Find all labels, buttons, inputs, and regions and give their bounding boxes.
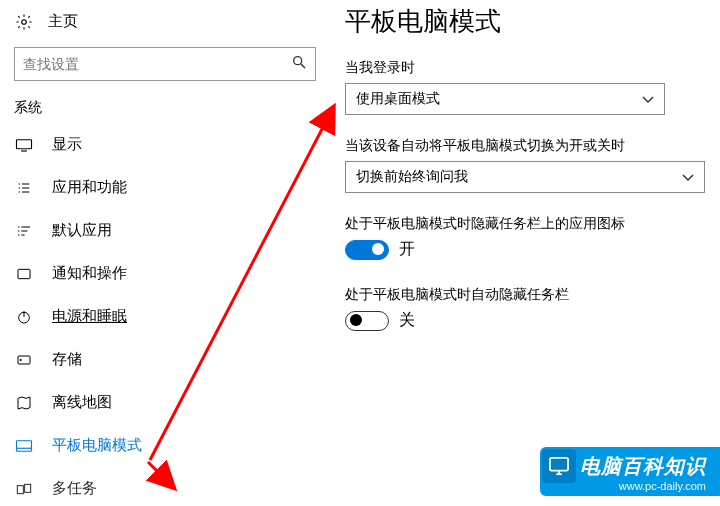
monitor-icon	[14, 138, 34, 152]
svg-rect-17	[18, 269, 30, 278]
nav-label: 电源和睡眠	[52, 307, 127, 326]
autoswitch-label: 当该设备自动将平板电脑模式切换为开或关时	[345, 137, 710, 155]
settings-sidebar: 主页 系统 显示 应用和功能 默认应用 通知和操作 电源和睡眠	[0, 0, 330, 506]
sidebar-item-tablet-mode[interactable]: 平板电脑模式	[0, 424, 330, 467]
home-link[interactable]: 主页	[0, 6, 330, 37]
sidebar-item-power[interactable]: 电源和睡眠	[0, 295, 330, 338]
svg-point-21	[20, 359, 21, 360]
power-icon	[14, 309, 34, 325]
hide-icons-state: 开	[399, 239, 415, 260]
nav-label: 通知和操作	[52, 264, 127, 283]
svg-rect-25	[25, 484, 31, 492]
svg-point-0	[22, 19, 27, 24]
nav-label: 显示	[52, 135, 82, 154]
chevron-down-icon	[682, 169, 694, 185]
svg-line-2	[301, 64, 305, 68]
search-icon	[291, 54, 307, 74]
multitask-icon	[14, 482, 34, 496]
nav-label: 存储	[52, 350, 82, 369]
sidebar-item-apps[interactable]: 应用和功能	[0, 166, 330, 209]
sidebar-item-storage[interactable]: 存储	[0, 338, 330, 381]
signin-select[interactable]: 使用桌面模式	[345, 83, 665, 115]
svg-rect-22	[17, 440, 32, 451]
defaults-icon	[14, 223, 34, 239]
group-label: 系统	[0, 99, 330, 123]
search-input[interactable]	[23, 56, 291, 72]
nav-label: 离线地图	[52, 393, 112, 412]
monitor-icon	[542, 449, 576, 483]
home-label: 主页	[48, 12, 78, 31]
signin-value: 使用桌面模式	[356, 90, 440, 108]
nav-label: 默认应用	[52, 221, 112, 240]
svg-rect-3	[17, 139, 32, 148]
list-icon	[14, 180, 34, 196]
page-title: 平板电脑模式	[345, 4, 710, 39]
signin-label: 当我登录时	[345, 59, 710, 77]
svg-rect-24	[17, 485, 23, 493]
watermark-title: 电脑百科知识	[580, 453, 706, 480]
chevron-down-icon	[642, 91, 654, 107]
gear-icon	[14, 13, 34, 31]
sidebar-item-default-apps[interactable]: 默认应用	[0, 209, 330, 252]
svg-rect-28	[550, 458, 568, 471]
nav-label: 应用和功能	[52, 178, 127, 197]
hide-taskbar-state: 关	[399, 310, 415, 331]
autoswitch-select[interactable]: 切换前始终询问我	[345, 161, 705, 193]
watermark-url: www.pc-daily.com	[580, 480, 706, 492]
sidebar-item-maps[interactable]: 离线地图	[0, 381, 330, 424]
nav-label: 多任务	[52, 479, 97, 498]
sidebar-item-multitasking[interactable]: 多任务	[0, 467, 330, 506]
hide-icons-toggle[interactable]	[345, 240, 389, 260]
watermark: 电脑百科知识 www.pc-daily.com	[540, 447, 720, 496]
tablet-icon	[14, 439, 34, 453]
hide-taskbar-label: 处于平板电脑模式时自动隐藏任务栏	[345, 286, 710, 304]
hide-taskbar-toggle[interactable]	[345, 311, 389, 331]
svg-point-1	[294, 57, 302, 65]
storage-icon	[14, 353, 34, 367]
sidebar-item-notifications[interactable]: 通知和操作	[0, 252, 330, 295]
notification-icon	[14, 267, 34, 281]
main-panel: 平板电脑模式 当我登录时 使用桌面模式 当该设备自动将平板电脑模式切换为开或关时…	[345, 4, 710, 357]
nav-list: 显示 应用和功能 默认应用 通知和操作 电源和睡眠 存储 离线地图 平板电脑模	[0, 123, 330, 506]
search-box[interactable]	[14, 47, 316, 81]
sidebar-item-display[interactable]: 显示	[0, 123, 330, 166]
autoswitch-value: 切换前始终询问我	[356, 168, 468, 186]
nav-label: 平板电脑模式	[52, 436, 142, 455]
hide-icons-label: 处于平板电脑模式时隐藏任务栏上的应用图标	[345, 215, 710, 233]
map-icon	[14, 395, 34, 411]
